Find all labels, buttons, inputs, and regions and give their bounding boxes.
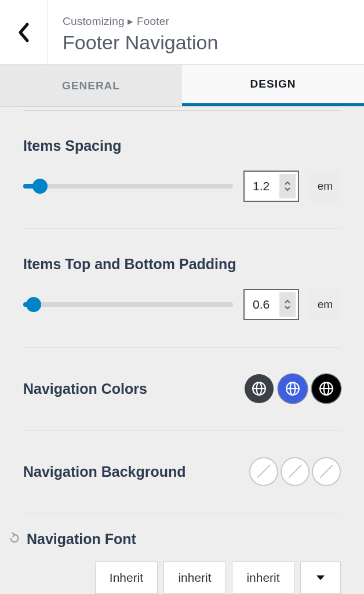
nav-color-swatches xyxy=(245,374,341,403)
nav-colors-label: Navigation Colors xyxy=(23,381,147,397)
items-padding-stepper[interactable] xyxy=(279,292,296,317)
items-spacing-stepper[interactable] xyxy=(279,174,296,198)
section-nav-colors: Navigation Colors xyxy=(23,347,341,430)
breadcrumb-target: Footer xyxy=(137,15,169,27)
header-titles: Customizing ▸ Footer Footer Navigation xyxy=(48,11,218,54)
nav-font-values: Inherit inherit inherit xyxy=(23,562,341,594)
nav-font-header: Navigation Font xyxy=(8,531,341,548)
tab-design[interactable]: DESIGN xyxy=(182,65,364,106)
section-nav-background: Navigation Background xyxy=(23,430,341,513)
chevron-down-icon xyxy=(284,305,291,310)
nav-background-label: Navigation Background xyxy=(23,463,186,480)
bg-swatch-1[interactable] xyxy=(249,457,278,486)
color-swatch-blue[interactable] xyxy=(278,374,307,403)
reset-icon[interactable] xyxy=(8,532,21,547)
section-items-spacing: Items Spacing 1.2 em xyxy=(23,110,341,229)
breadcrumb-prefix: Customizing xyxy=(63,15,125,27)
breadcrumb: Customizing ▸ Footer xyxy=(63,15,218,28)
page-title: Footer Navigation xyxy=(63,31,218,54)
items-padding-slider[interactable] xyxy=(23,302,233,307)
globe-icon xyxy=(319,381,334,396)
font-family-select[interactable]: Inherit xyxy=(95,562,158,594)
section-nav-font: Navigation Font Inherit inherit inherit xyxy=(23,513,341,594)
nav-font-label: Navigation Font xyxy=(27,531,136,548)
caret-down-icon xyxy=(316,575,325,581)
items-spacing-unit[interactable]: em xyxy=(310,171,341,202)
items-spacing-input[interactable]: 1.2 xyxy=(243,171,299,202)
tabs: GENERAL DESIGN xyxy=(0,65,364,107)
items-padding-control: 0.6 em xyxy=(23,289,341,320)
chevron-up-icon xyxy=(284,299,291,304)
color-swatch-dark[interactable] xyxy=(245,374,274,403)
slider-thumb[interactable] xyxy=(26,297,41,312)
items-padding-label: Items Top and Bottom Padding xyxy=(23,256,341,273)
customizer-header: Customizing ▸ Footer Footer Navigation xyxy=(0,0,364,65)
chevron-down-icon xyxy=(284,187,291,191)
chevron-up-icon xyxy=(284,181,291,186)
bg-swatch-2[interactable] xyxy=(281,457,310,486)
section-items-padding: Items Top and Bottom Padding 0.6 em xyxy=(23,229,341,347)
items-spacing-control: 1.2 em xyxy=(23,171,341,202)
font-size-select[interactable]: inherit xyxy=(163,562,226,594)
items-spacing-slider[interactable] xyxy=(23,184,233,189)
chevron-left-icon xyxy=(18,23,30,42)
tab-general[interactable]: GENERAL xyxy=(0,65,182,106)
globe-icon xyxy=(285,381,300,396)
slider-thumb[interactable] xyxy=(32,179,48,194)
font-more-select[interactable] xyxy=(300,562,341,594)
globe-icon xyxy=(252,381,267,396)
items-spacing-label: Items Spacing xyxy=(23,137,341,154)
items-padding-value: 0.6 xyxy=(253,298,270,312)
items-spacing-value: 1.2 xyxy=(253,179,270,193)
back-button[interactable] xyxy=(0,0,48,64)
breadcrumb-separator: ▸ xyxy=(128,15,137,27)
undo-icon xyxy=(8,532,21,545)
font-weight-select[interactable]: inherit xyxy=(232,562,294,594)
nav-background-swatches xyxy=(249,457,341,486)
svg-marker-9 xyxy=(316,575,325,580)
design-panel: Items Spacing 1.2 em Items Top and Botto… xyxy=(0,110,364,594)
items-padding-unit[interactable]: em xyxy=(310,289,341,320)
color-swatch-black[interactable] xyxy=(312,374,341,403)
items-padding-input[interactable]: 0.6 xyxy=(243,289,299,320)
bg-swatch-3[interactable] xyxy=(312,457,341,486)
